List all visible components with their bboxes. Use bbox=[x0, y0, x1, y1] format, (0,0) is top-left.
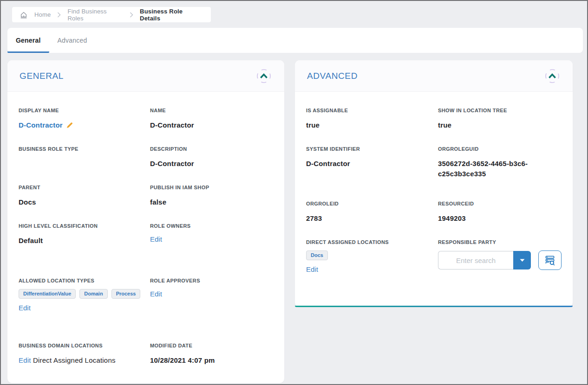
collapse-advanced-button[interactable] bbox=[542, 66, 562, 86]
modified-date-value: 10/28/2021 4:07 pm bbox=[150, 355, 273, 366]
field-label: IS ASSIGNABLE bbox=[306, 108, 430, 113]
field-label: ALLOWED LOCATION TYPES bbox=[19, 278, 142, 283]
advanced-panel-header: ADVANCED bbox=[295, 60, 573, 92]
advanced-panel-title: ADVANCED bbox=[307, 71, 358, 81]
field-label: ROLE OWNERS bbox=[150, 223, 273, 229]
field-system-identifier: SYSTEM IDENTIFIER D-Contractor bbox=[306, 146, 430, 187]
field-label: HIGH LEVEL CLASSIFICATION bbox=[19, 223, 142, 229]
general-panel: GENERAL DISPLAY NAME D-Contractor bbox=[7, 60, 284, 383]
direct-assigned-locations-edit-link[interactable]: Edit bbox=[306, 265, 318, 273]
field-responsible-party: RESPONSIBLE PARTY bbox=[438, 239, 562, 290]
field-publish-in-iam-shop: PUBLISH IN IAM SHOP false bbox=[150, 185, 273, 209]
tab-general[interactable]: General bbox=[7, 28, 49, 53]
field-label: MODIFIED DATE bbox=[150, 343, 273, 348]
field-role-approvers: ROLE APPROVERS Edit bbox=[150, 278, 273, 329]
advanced-panel: ADVANCED IS ASSIGNABLE true SHOW IN LOCA… bbox=[295, 60, 573, 307]
publish-in-iam-shop-value: false bbox=[150, 197, 273, 207]
location-type-chip: Domain bbox=[79, 289, 107, 299]
business-domain-locations-text: Direct Assigned Locations bbox=[33, 356, 116, 364]
field-orgroleguid: ORGROLEGUID 3506272d-3652-4465-b3c6-c25c… bbox=[438, 146, 562, 187]
advanced-panel-body: IS ASSIGNABLE true SHOW IN LOCATION TREE… bbox=[295, 92, 573, 307]
orgroleid-value: 2783 bbox=[306, 213, 430, 224]
direct-assigned-locations-chips: Docs bbox=[306, 250, 430, 260]
field-high-level-classification: HIGH LEVEL CLASSIFICATION Default bbox=[19, 223, 142, 264]
field-label: SYSTEM IDENTIFIER bbox=[306, 146, 430, 152]
tab-advanced[interactable]: Advanced bbox=[49, 28, 96, 53]
orgroleguid-value: 3506272d-3652-4465-b3c6-c25c3b3ce335 bbox=[438, 159, 555, 179]
chevron-right-icon bbox=[130, 12, 133, 18]
allowed-location-types-chips: DifferentiationValue Domain Process bbox=[19, 289, 142, 299]
field-name: NAME D-Contractor bbox=[150, 108, 273, 132]
field-label: DIRECT ASSIGNED LOCATIONS bbox=[306, 239, 430, 245]
field-direct-assigned-locations: DIRECT ASSIGNED LOCATIONS Docs Edit bbox=[306, 239, 430, 290]
location-type-chip: DifferentiationValue bbox=[19, 289, 76, 299]
field-label: PUBLISH IN IAM SHOP bbox=[150, 185, 273, 190]
general-panel-title: GENERAL bbox=[20, 71, 64, 81]
breadcrumb: Home Find Business Roles Business Role D… bbox=[12, 7, 211, 22]
responsible-party-control bbox=[438, 250, 562, 270]
field-label: BUSINESS ROLE TYPE bbox=[19, 146, 142, 152]
advanced-search-button[interactable] bbox=[538, 250, 562, 270]
field-show-in-location-tree: SHOW IN LOCATION TREE true bbox=[438, 108, 562, 132]
display-name-text: D-Contractor bbox=[19, 120, 63, 130]
field-label: BUSINESS DOMAIN LOCATIONS bbox=[19, 343, 142, 348]
breadcrumb-item-find-business-roles[interactable]: Find Business Roles bbox=[67, 8, 123, 22]
field-label: RESPONSIBLE PARTY bbox=[438, 239, 562, 245]
tab-bar: General Advanced bbox=[7, 28, 583, 53]
name-value: D-Contractor bbox=[150, 120, 273, 130]
field-label: ORGROLEID bbox=[306, 201, 430, 206]
allowed-location-types-edit-link[interactable]: Edit bbox=[19, 304, 31, 312]
general-panel-body: DISPLAY NAME D-Contractor NAME D-Contrac… bbox=[7, 92, 284, 384]
field-resourceid: RESOURCEID 1949203 bbox=[438, 201, 562, 225]
home-icon[interactable] bbox=[20, 11, 28, 19]
field-business-domain-locations: BUSINESS DOMAIN LOCATIONS Edit Direct As… bbox=[19, 343, 142, 367]
display-name-value: D-Contractor bbox=[19, 120, 73, 130]
field-orgroleid: ORGROLEID 2783 bbox=[306, 201, 430, 225]
breadcrumb-item-current: Business Role Details bbox=[140, 8, 203, 22]
location-type-chip: Process bbox=[111, 289, 141, 299]
field-label: ROLE APPROVERS bbox=[150, 278, 273, 283]
field-parent: PARENT Docs bbox=[19, 185, 142, 209]
field-label: NAME bbox=[150, 108, 273, 113]
role-owners-edit-link[interactable]: Edit bbox=[150, 235, 162, 243]
database-search-icon bbox=[544, 254, 556, 266]
responsible-party-combo bbox=[438, 251, 531, 270]
field-label: ORGROLEGUID bbox=[438, 146, 562, 152]
field-is-assignable: IS ASSIGNABLE true bbox=[306, 108, 430, 132]
field-modified-date: MODIFIED DATE 10/28/2021 4:07 pm bbox=[150, 343, 273, 367]
collapse-general-button[interactable] bbox=[254, 66, 274, 86]
panel-gradient-border bbox=[295, 306, 573, 307]
parent-value: Docs bbox=[19, 197, 142, 207]
caret-down-icon bbox=[520, 259, 525, 262]
responsible-party-dropdown-button[interactable] bbox=[513, 251, 531, 270]
high-level-classification-value: Default bbox=[19, 236, 142, 246]
description-value: D-Contractor bbox=[150, 159, 273, 169]
field-label: PARENT bbox=[19, 185, 142, 190]
edit-pencil-icon[interactable] bbox=[66, 122, 73, 129]
breadcrumb-item-home[interactable]: Home bbox=[34, 11, 51, 18]
collapse-chevron-icon bbox=[254, 66, 274, 86]
field-description: DESCRIPTION D-Contractor bbox=[150, 146, 273, 171]
field-display-name: DISPLAY NAME D-Contractor bbox=[19, 108, 142, 132]
chevron-right-icon bbox=[57, 12, 61, 18]
collapse-chevron-icon bbox=[542, 66, 562, 86]
role-approvers-edit-link[interactable]: Edit bbox=[150, 290, 162, 298]
business-domain-locations-value: Edit Direct Assigned Locations bbox=[19, 355, 142, 366]
field-label: DESCRIPTION bbox=[150, 146, 273, 152]
resourceid-value: 1949203 bbox=[438, 213, 562, 224]
location-chip: Docs bbox=[306, 250, 328, 260]
business-domain-locations-edit-link[interactable]: Edit bbox=[19, 356, 31, 364]
field-business-role-type: BUSINESS ROLE TYPE bbox=[19, 146, 142, 171]
field-label: RESOURCEID bbox=[438, 201, 562, 206]
field-label: SHOW IN LOCATION TREE bbox=[438, 108, 562, 113]
is-assignable-value: true bbox=[306, 120, 430, 130]
field-role-owners: ROLE OWNERS Edit bbox=[150, 223, 273, 264]
content-area: GENERAL DISPLAY NAME D-Contractor bbox=[7, 60, 573, 383]
general-panel-header: GENERAL bbox=[7, 60, 284, 92]
field-label: DISPLAY NAME bbox=[19, 108, 142, 113]
field-allowed-location-types: ALLOWED LOCATION TYPES DifferentiationVa… bbox=[19, 278, 142, 329]
show-in-location-tree-value: true bbox=[438, 120, 562, 130]
responsible-party-search-input[interactable] bbox=[438, 251, 513, 270]
system-identifier-value: D-Contractor bbox=[306, 159, 430, 169]
